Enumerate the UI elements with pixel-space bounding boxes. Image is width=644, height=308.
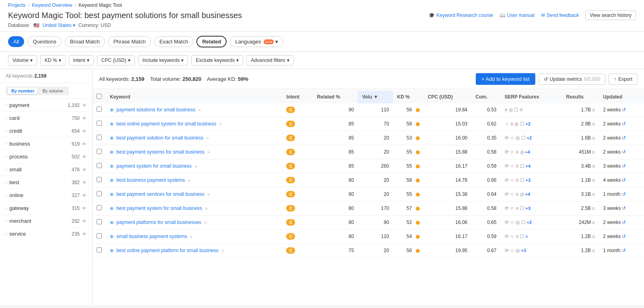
breadcrumb-projects[interactable]: Projects (8, 2, 25, 8)
keyword-drill-icon[interactable]: » (221, 248, 224, 253)
keyword-link[interactable]: payment system for small business (116, 163, 192, 169)
keyword-link[interactable]: best online payment system for small bus… (116, 121, 216, 127)
export-button[interactable]: ↑ Export (609, 74, 638, 85)
keyword-link[interactable]: best online payment platform for small b… (116, 248, 218, 253)
refresh-icon[interactable]: ↺ (622, 121, 626, 127)
keyword-link[interactable]: payment platforms for small businesses (116, 220, 201, 225)
include-keywords-filter[interactable]: Include keywords ▾ (138, 55, 188, 66)
eye-icon[interactable]: 👁 (82, 232, 87, 236)
row-checkbox-cell[interactable] (93, 145, 106, 159)
keyword-link[interactable]: small business payment systems (116, 234, 187, 239)
copy-icon[interactable]: ⧉ (592, 164, 595, 168)
keyword-drill-icon[interactable]: » (188, 178, 190, 183)
add-keyword-icon[interactable]: ⊕ (110, 136, 114, 140)
refresh-icon[interactable]: ↺ (622, 163, 626, 169)
refresh-icon[interactable]: ↺ (622, 149, 626, 155)
tab-phrase-match[interactable]: Phrase Match (108, 36, 151, 47)
row-checkbox[interactable] (97, 149, 102, 154)
eye-icon[interactable]: 👁 (82, 219, 87, 224)
row-checkbox[interactable] (97, 177, 102, 182)
row-checkbox-cell[interactable] (93, 159, 106, 173)
copy-icon[interactable]: ⧉ (592, 234, 595, 239)
eye-icon[interactable]: 👁 (82, 116, 87, 121)
add-to-keyword-list-button[interactable]: + Add to keyword list (476, 73, 535, 85)
copy-icon[interactable]: ⧉ (592, 220, 595, 225)
sidebar-item[interactable]: › process 502 👁 (0, 150, 92, 163)
row-checkbox-cell[interactable] (93, 131, 106, 145)
add-keyword-icon[interactable]: ⊕ (110, 150, 114, 154)
row-checkbox[interactable] (97, 191, 102, 196)
row-checkbox-cell[interactable] (93, 201, 106, 216)
row-checkbox[interactable] (97, 219, 102, 224)
row-checkbox[interactable] (97, 233, 102, 238)
keyword-link[interactable]: best business payment systems (116, 177, 185, 183)
refresh-icon[interactable]: ↺ (622, 205, 626, 211)
tab-languages[interactable]: Languages beta ▾ (230, 36, 283, 47)
tab-all[interactable]: All (8, 36, 24, 47)
update-metrics-button[interactable]: ↺ Update metrics 0/5,000 (539, 74, 606, 85)
row-checkbox-cell[interactable] (93, 230, 106, 244)
sidebar-item[interactable]: › credit 654 👁 (0, 125, 92, 138)
eye-icon[interactable]: 👁 (82, 206, 87, 211)
sidebar-item[interactable]: › service 235 👁 (0, 228, 92, 240)
tab-related[interactable]: Related (196, 36, 227, 47)
eye-icon[interactable]: 👁 (82, 167, 87, 172)
volume-header[interactable]: Volu ▼ (358, 90, 393, 104)
breadcrumb-keyword-overview[interactable]: Keyword Overview (32, 2, 72, 8)
row-checkbox[interactable] (97, 163, 102, 168)
keyword-link[interactable]: payment solutions for small business (116, 107, 195, 113)
select-all-header[interactable] (93, 90, 106, 104)
row-checkbox-cell[interactable] (93, 117, 106, 131)
sidebar-item[interactable]: › gateway 315 👁 (0, 202, 92, 215)
row-checkbox-cell[interactable] (93, 216, 106, 230)
view-search-history-button[interactable]: View search history (585, 10, 636, 20)
keyword-drill-icon[interactable]: » (198, 107, 201, 112)
row-checkbox-cell[interactable] (93, 187, 106, 201)
copy-icon[interactable]: ⧉ (592, 136, 595, 140)
copy-icon[interactable]: ⧉ (592, 150, 595, 154)
row-checkbox[interactable] (97, 247, 102, 253)
sidebar-item[interactable]: › business 619 👁 (0, 138, 92, 150)
eye-icon[interactable]: 👁 (82, 103, 87, 108)
eye-icon[interactable]: 👁 (82, 180, 87, 185)
send-feedback-link[interactable]: ✉ Send feedback (541, 12, 579, 18)
tab-exact-match[interactable]: Exact Match (154, 36, 194, 47)
refresh-icon[interactable]: ↺ (622, 177, 626, 183)
sidebar-item[interactable]: › online 327 👁 (0, 189, 92, 202)
sort-by-number-button[interactable]: By number (8, 88, 37, 94)
eye-icon[interactable]: 👁 (82, 193, 87, 198)
eye-icon[interactable]: 👁 (82, 142, 87, 146)
sort-by-volume-button[interactable]: By volume (39, 88, 66, 94)
keyword-drill-icon[interactable]: » (194, 164, 197, 168)
keyword-drill-icon[interactable]: » (207, 150, 210, 154)
keyword-link[interactable]: best payment systems for small business (116, 149, 204, 155)
copy-icon[interactable]: ⧉ (592, 122, 595, 126)
kd-filter[interactable]: KD % ▾ (40, 55, 66, 66)
add-keyword-icon[interactable]: ⊕ (110, 164, 114, 168)
row-checkbox[interactable] (97, 107, 102, 112)
row-checkbox[interactable] (97, 135, 102, 140)
add-keyword-icon[interactable]: ⊕ (110, 107, 114, 112)
row-checkbox[interactable] (97, 205, 102, 210)
refresh-icon[interactable]: ↺ (622, 135, 626, 141)
add-keyword-icon[interactable]: ⊕ (110, 206, 114, 211)
copy-icon[interactable]: ⧉ (592, 192, 595, 197)
refresh-icon[interactable]: ↺ (622, 191, 626, 197)
row-checkbox-cell[interactable] (93, 103, 106, 117)
sidebar-item[interactable]: › best 382 👁 (0, 176, 92, 189)
keyword-drill-icon[interactable]: » (206, 136, 209, 140)
keyword-drill-icon[interactable]: » (204, 220, 206, 225)
refresh-icon[interactable]: ↺ (622, 234, 626, 239)
eye-icon[interactable]: 👁 (82, 129, 87, 133)
add-keyword-icon[interactable]: ⊕ (110, 234, 114, 239)
keyword-research-course-link[interactable]: 🎓 Keyword Research course (429, 12, 493, 18)
sidebar-item[interactable]: › small 476 👁 (0, 163, 92, 176)
refresh-icon[interactable]: ↺ (622, 248, 626, 253)
keyword-drill-icon[interactable]: » (207, 192, 210, 197)
refresh-icon[interactable]: ↺ (622, 107, 626, 113)
sidebar-item[interactable]: › payment 1,192 👁 (0, 99, 92, 112)
copy-icon[interactable]: ⧉ (592, 108, 595, 112)
copy-icon[interactable]: ⧉ (592, 178, 595, 183)
tab-questions[interactable]: Questions (27, 36, 62, 47)
copy-icon[interactable]: ⧉ (592, 248, 595, 253)
